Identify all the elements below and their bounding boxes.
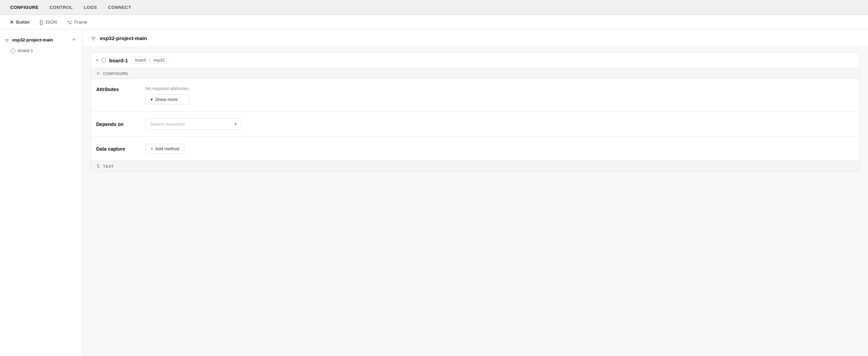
search-resources-placeholder: Search resources <box>150 122 185 127</box>
project-title: esp32-project-main <box>100 35 147 41</box>
sub-nav: ✕ Builder {} JSON ⌥ Frame <box>0 15 868 29</box>
sidebar-project-left: esp32-project-main <box>4 37 53 43</box>
show-more-label: Show more <box>155 97 178 102</box>
main-layout: esp32-project-main + board-1 esp32-proje… <box>0 29 868 356</box>
main-content: esp32-project-main ▾ board-1 board › esp… <box>82 29 868 356</box>
nav-control[interactable]: CONTROL <box>45 1 78 13</box>
diamond-icon <box>10 48 16 53</box>
show-more-chevron-icon: ▾ <box>151 97 153 102</box>
tag-esp32: esp32 <box>150 57 168 64</box>
data-capture-row: Data capture + Add method <box>96 144 854 154</box>
test-expand-icon: ⇅ <box>96 164 100 169</box>
board-card: ▾ board-1 board › esp32 ✕ CONFIGURE Attr… <box>90 52 860 172</box>
configure-section-label: CONFIGURE <box>103 72 128 76</box>
add-method-button[interactable]: + Add method <box>145 144 184 154</box>
data-capture-section: Data capture + Add method <box>91 137 859 161</box>
tag-board: board <box>131 57 150 64</box>
builder-icon: ✕ <box>10 19 14 25</box>
test-section-header[interactable]: ⇅ TEST <box>91 161 859 171</box>
add-method-label: Add method <box>155 146 179 151</box>
search-resources-chevron-icon: ▾ <box>234 122 237 127</box>
sidebar: esp32-project-main + board-1 <box>0 29 82 356</box>
board-chevron-icon[interactable]: ▾ <box>96 58 98 63</box>
sidebar-board1-label: board-1 <box>18 48 33 53</box>
json-icon: {} <box>39 19 43 25</box>
data-capture-label: Data capture <box>96 146 137 152</box>
test-section-label: TEST <box>103 164 114 168</box>
subnav-frame-label: Frame <box>74 20 87 25</box>
subnav-builder-label: Builder <box>16 20 30 25</box>
board-title: board-1 <box>109 58 128 63</box>
sidebar-project-name: esp32-project-main <box>12 37 53 42</box>
frame-icon: ⌥ <box>66 19 72 25</box>
attributes-section: Attributes No required attributes. ▾ Sho… <box>91 79 859 112</box>
depends-on-section: Depends on Search resources ▾ <box>91 112 859 137</box>
top-nav: CONFIGURE CONTROL LOGS CONNECT <box>0 0 868 15</box>
subnav-json[interactable]: {} JSON <box>35 16 61 28</box>
subnav-frame[interactable]: ⌥ Frame <box>62 16 91 28</box>
nav-connect[interactable]: CONNECT <box>103 1 136 13</box>
attributes-label: Attributes <box>96 86 137 92</box>
project-signal-icon <box>90 35 97 41</box>
board-diamond-icon <box>101 58 107 63</box>
board-tags: board › esp32 <box>131 57 168 64</box>
show-more-button[interactable]: ▾ Show more <box>145 94 190 104</box>
subnav-builder[interactable]: ✕ Builder <box>5 16 34 28</box>
svg-point-0 <box>7 41 8 42</box>
nav-logs[interactable]: LOGS <box>79 1 102 13</box>
sidebar-item-board1[interactable]: board-1 <box>0 46 82 55</box>
add-method-plus-icon: + <box>151 146 153 151</box>
sidebar-project[interactable]: esp32-project-main + <box>0 34 82 46</box>
search-resources-dropdown[interactable]: Search resources ▾ <box>145 118 241 130</box>
configure-section-header[interactable]: ✕ CONFIGURE <box>91 68 859 79</box>
project-header: esp32-project-main <box>82 29 868 47</box>
attributes-content: No required attributes. ▾ Show more <box>145 86 190 104</box>
no-required-text: No required attributes. <box>145 86 190 91</box>
board-header: ▾ board-1 board › esp32 <box>91 53 859 68</box>
svg-point-1 <box>93 39 94 40</box>
nav-configure[interactable]: CONFIGURE <box>5 1 43 13</box>
depends-on-label: Depends on <box>96 122 137 127</box>
subnav-json-label: JSON <box>45 20 57 25</box>
signal-icon <box>4 37 10 43</box>
configure-collapse-icon: ✕ <box>96 71 100 76</box>
sidebar-add-button[interactable]: + <box>70 36 78 44</box>
attributes-row: Attributes No required attributes. ▾ Sho… <box>96 86 854 104</box>
depends-row: Depends on Search resources ▾ <box>96 118 854 130</box>
